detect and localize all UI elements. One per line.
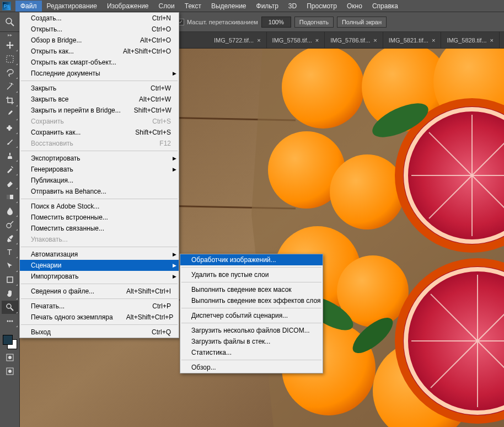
menu-окно[interactable]: Окно xyxy=(342,1,367,12)
file-menu-item[interactable]: Сведения о файле...Alt+Shift+Ctrl+I xyxy=(20,286,179,297)
close-icon[interactable]: × xyxy=(257,37,260,44)
document-tab[interactable]: IMG_5828.tif...× xyxy=(441,32,500,48)
file-menu-item[interactable]: Экспортировать▶ xyxy=(20,153,179,164)
file-menu-item[interactable]: Поиск в Adobe Stock... xyxy=(20,201,179,212)
collapse-tools-icon[interactable]: ▸▸ xyxy=(0,32,19,38)
file-menu-item[interactable]: Последние документы▶ xyxy=(20,68,179,79)
file-menu-item[interactable]: Публикация... xyxy=(20,175,179,186)
tool-lasso[interactable] xyxy=(2,66,18,79)
file-menu-item[interactable]: Открыть как...Alt+Shift+Ctrl+O xyxy=(20,46,179,57)
scripts-menu-item[interactable]: Диспетчер событий сценария... xyxy=(180,310,323,321)
tool-zoom[interactable] xyxy=(2,301,18,314)
color-swatches[interactable] xyxy=(2,334,18,350)
scripts-submenu: Обработчик изображений...Удалить все пус… xyxy=(180,254,323,373)
menu-3d[interactable]: 3D xyxy=(283,1,302,12)
menu-item-label: Сведения о файле... xyxy=(31,287,94,295)
close-icon[interactable]: × xyxy=(373,37,377,44)
file-menu-item[interactable]: Импортировать▶ xyxy=(20,271,179,282)
menu-item-label: Выход xyxy=(31,328,51,336)
tool-eraser[interactable] xyxy=(2,177,18,190)
menu-item-label: Обработчик изображений... xyxy=(191,256,276,264)
close-icon[interactable]: × xyxy=(490,37,494,44)
scripts-menu-item[interactable]: Загрузить несколько файлов DICOM... xyxy=(180,325,323,336)
file-menu-item[interactable]: ЗакрытьCtrl+W xyxy=(20,83,179,94)
file-menu-item: ВосстановитьF12 xyxy=(20,138,179,149)
close-icon[interactable]: × xyxy=(315,37,319,44)
tool-marquee[interactable] xyxy=(2,52,18,66)
file-menu-item[interactable]: Поместить связанные... xyxy=(20,223,179,234)
menu-просмотр[interactable]: Просмотр xyxy=(302,1,342,12)
tool-quick-mask[interactable] xyxy=(2,351,18,364)
file-menu-item[interactable]: Открыть как смарт-объект... xyxy=(20,57,179,68)
scripts-menu-item[interactable]: Удалить все пустые слои xyxy=(180,269,323,280)
file-menu-item[interactable]: Закрыть и перейти в Bridge...Shift+Ctrl+… xyxy=(20,105,179,116)
file-menu-item[interactable]: Печать одного экземпляраAlt+Shift+Ctrl+P xyxy=(20,312,179,323)
menu-item-label: Сохранить xyxy=(31,118,64,125)
tool-hand[interactable] xyxy=(2,287,18,300)
menu-выделение[interactable]: Выделение xyxy=(206,1,251,12)
file-menu-item[interactable]: Открыть...Ctrl+O xyxy=(20,24,179,35)
scripts-menu-item[interactable]: Выполнить сведение всех масок xyxy=(180,284,323,295)
svg-point-13 xyxy=(7,321,8,322)
menu-item-label: Импортировать xyxy=(31,273,78,280)
tool-magic-wand[interactable] xyxy=(2,80,18,93)
tool-spot-heal[interactable] xyxy=(2,121,18,135)
menu-редактирование[interactable]: Редактирование xyxy=(42,1,102,12)
scripts-menu-item[interactable]: Статистика... xyxy=(180,347,323,358)
tool-more[interactable] xyxy=(2,314,18,328)
close-icon[interactable]: × xyxy=(432,37,435,44)
file-menu-item[interactable]: ВыходCtrl+Q xyxy=(20,327,179,338)
menu-справка[interactable]: Справка xyxy=(367,1,403,12)
menu-shortcut: Alt+Ctrl+O xyxy=(140,36,171,44)
tool-brush[interactable] xyxy=(2,135,18,148)
fullscreen-button[interactable]: Полный экран xyxy=(337,17,387,28)
menu-item-label: Загрузить файлы в стек... xyxy=(191,338,270,345)
svg-point-7 xyxy=(7,223,11,228)
scripts-menu-item[interactable]: Загрузить файлы в стек... xyxy=(180,336,323,347)
file-menu-item[interactable]: Сохранить как...Shift+Ctrl+S xyxy=(20,127,179,138)
tool-dodge[interactable] xyxy=(2,218,18,231)
menu-фильтр[interactable]: Фильтр xyxy=(251,1,283,12)
menu-файл[interactable]: Файл xyxy=(15,1,42,12)
document-tab[interactable]: IMG_5821.tif...× xyxy=(383,32,442,48)
tool-pen[interactable] xyxy=(2,232,18,245)
submenu-arrow-icon: ▶ xyxy=(173,167,176,172)
file-menu-item[interactable]: Сценарии▶ xyxy=(20,260,179,271)
tool-history-brush[interactable] xyxy=(2,163,18,176)
tool-type[interactable]: T xyxy=(2,245,18,259)
menu-item-label: Обзор... xyxy=(191,364,216,371)
file-menu-item[interactable]: Отправить на Behance... xyxy=(20,186,179,197)
file-menu-item[interactable]: Автоматизация▶ xyxy=(20,249,179,260)
menu-текст[interactable]: Текст xyxy=(180,1,206,12)
tool-blur[interactable] xyxy=(2,204,18,217)
zoom-tool-icon[interactable] xyxy=(3,15,17,29)
menu-изображение[interactable]: Изображение xyxy=(102,1,154,12)
menu-shortcut: Ctrl+Q xyxy=(152,328,171,336)
file-menu-item[interactable]: Закрыть всеAlt+Ctrl+W xyxy=(20,94,179,105)
fit-button[interactable]: Подогнать xyxy=(294,17,334,28)
tool-gradient[interactable] xyxy=(2,190,18,204)
menu-слои[interactable]: Слои xyxy=(154,1,180,12)
tool-move[interactable] xyxy=(2,39,18,52)
menu-shortcut: Ctrl+O xyxy=(152,25,171,33)
tool-path-select[interactable] xyxy=(2,259,18,273)
scripts-menu-item[interactable]: Обработчик изображений... xyxy=(180,254,323,265)
file-menu-item[interactable]: Обзор в Bridge...Alt+Ctrl+O xyxy=(20,35,179,46)
document-tab[interactable]: IMG_5722.tif...× xyxy=(208,32,267,48)
document-tab[interactable]: IMG_5758.tif...× xyxy=(267,32,325,48)
file-menu-item[interactable]: Печатать...Ctrl+P xyxy=(20,301,179,312)
tool-eyedropper[interactable] xyxy=(2,108,18,121)
file-menu-item[interactable]: Поместить встроенные... xyxy=(20,212,179,223)
tool-screen-mode[interactable] xyxy=(2,365,18,378)
scale-drag-checkbox[interactable]: ✓ Масшт. перетаскиванием xyxy=(178,19,258,25)
menu-item-label: Открыть как смарт-объект... xyxy=(31,58,116,66)
tool-clone-stamp[interactable] xyxy=(2,149,18,162)
scripts-menu-item[interactable]: Выполнить сведение всех эффектов слоя xyxy=(180,295,323,306)
tool-crop[interactable] xyxy=(2,94,18,107)
scripts-menu-item[interactable]: Обзор... xyxy=(180,362,323,373)
zoom-input[interactable]: 100% xyxy=(261,17,291,28)
file-menu-item[interactable]: Генерировать▶ xyxy=(20,164,179,175)
file-menu-item[interactable]: Создать...Ctrl+N xyxy=(20,13,179,24)
document-tab[interactable]: IMG_5786.tif...× xyxy=(325,32,383,48)
tool-shape[interactable] xyxy=(2,273,18,286)
